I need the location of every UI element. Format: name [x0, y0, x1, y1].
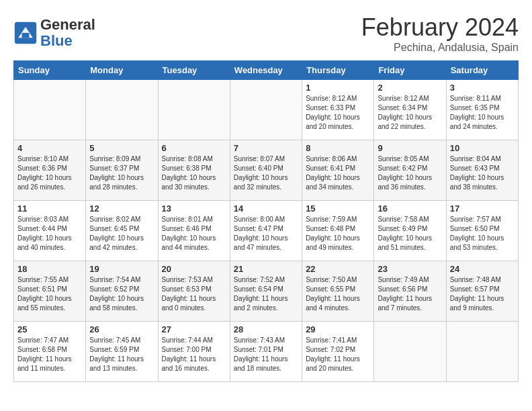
- calendar-cell: 1Sunrise: 8:12 AM Sunset: 6:33 PM Daylig…: [302, 80, 374, 140]
- calendar-cell: 24Sunrise: 7:48 AM Sunset: 6:57 PM Dayli…: [446, 261, 518, 322]
- calendar-cell: 19Sunrise: 7:54 AM Sunset: 6:52 PM Dayli…: [86, 261, 158, 322]
- day-number: 3: [450, 83, 515, 93]
- calendar-cell: 26Sunrise: 7:45 AM Sunset: 6:59 PM Dayli…: [86, 322, 158, 382]
- header: General Blue February 2024 Pechina, Anda…: [13, 13, 519, 54]
- day-info: Sunrise: 8:08 AM Sunset: 6:38 PM Dayligh…: [162, 154, 226, 192]
- week-row-0: 1Sunrise: 8:12 AM Sunset: 6:33 PM Daylig…: [14, 80, 519, 140]
- day-info: Sunrise: 8:06 AM Sunset: 6:41 PM Dayligh…: [306, 154, 370, 192]
- day-info: Sunrise: 8:09 AM Sunset: 6:37 PM Dayligh…: [89, 154, 154, 192]
- calendar-cell: [158, 80, 230, 140]
- day-info: Sunrise: 8:12 AM Sunset: 6:33 PM Dayligh…: [306, 94, 370, 132]
- day-number: 8: [306, 143, 370, 153]
- calendar-cell: 8Sunrise: 8:06 AM Sunset: 6:41 PM Daylig…: [302, 140, 374, 201]
- week-row-4: 25Sunrise: 7:47 AM Sunset: 6:58 PM Dayli…: [14, 322, 519, 382]
- day-info: Sunrise: 8:10 AM Sunset: 6:36 PM Dayligh…: [17, 154, 82, 192]
- logo-text: General Blue: [40, 17, 95, 49]
- calendar-cell: 2Sunrise: 8:12 AM Sunset: 6:34 PM Daylig…: [374, 80, 446, 140]
- logo-blue: Blue: [40, 32, 73, 49]
- day-number: 28: [234, 324, 298, 334]
- calendar-cell: 28Sunrise: 7:43 AM Sunset: 7:01 PM Dayli…: [230, 322, 302, 382]
- day-info: Sunrise: 7:59 AM Sunset: 6:48 PM Dayligh…: [306, 215, 370, 253]
- logo: General Blue: [13, 17, 95, 49]
- day-info: Sunrise: 8:04 AM Sunset: 6:43 PM Dayligh…: [450, 154, 515, 192]
- week-row-2: 11Sunrise: 8:03 AM Sunset: 6:44 PM Dayli…: [14, 201, 519, 261]
- day-info: Sunrise: 7:41 AM Sunset: 7:02 PM Dayligh…: [306, 336, 370, 373]
- main-title: February 2024: [361, 13, 519, 42]
- day-number: 10: [450, 143, 515, 153]
- calendar-cell: 15Sunrise: 7:59 AM Sunset: 6:48 PM Dayli…: [302, 201, 374, 261]
- calendar-cell: 11Sunrise: 8:03 AM Sunset: 6:44 PM Dayli…: [14, 201, 86, 261]
- day-info: Sunrise: 7:52 AM Sunset: 6:54 PM Dayligh…: [234, 275, 298, 313]
- day-number: 19: [89, 264, 154, 274]
- day-number: 9: [378, 143, 442, 153]
- calendar-cell: 27Sunrise: 7:44 AM Sunset: 7:00 PM Dayli…: [158, 322, 230, 382]
- day-info: Sunrise: 7:53 AM Sunset: 6:53 PM Dayligh…: [162, 275, 226, 313]
- day-info: Sunrise: 7:57 AM Sunset: 6:50 PM Dayligh…: [450, 215, 515, 253]
- day-header-wednesday: Wednesday: [230, 61, 302, 80]
- day-number: 12: [89, 203, 154, 214]
- calendar-cell: 9Sunrise: 8:05 AM Sunset: 6:42 PM Daylig…: [374, 140, 446, 201]
- day-info: Sunrise: 8:07 AM Sunset: 6:40 PM Dayligh…: [234, 154, 298, 192]
- day-number: 15: [306, 203, 370, 214]
- calendar-cell: 25Sunrise: 7:47 AM Sunset: 6:58 PM Dayli…: [14, 322, 86, 382]
- calendar-cell: 13Sunrise: 8:01 AM Sunset: 6:46 PM Dayli…: [158, 201, 230, 261]
- day-number: 5: [89, 143, 154, 153]
- title-block: February 2024 Pechina, Andalusia, Spain: [361, 13, 519, 54]
- day-number: 26: [89, 324, 154, 334]
- day-info: Sunrise: 7:54 AM Sunset: 6:52 PM Dayligh…: [89, 275, 154, 313]
- day-info: Sunrise: 7:43 AM Sunset: 7:01 PM Dayligh…: [234, 336, 298, 373]
- calendar-cell: 7Sunrise: 8:07 AM Sunset: 6:40 PM Daylig…: [230, 140, 302, 201]
- day-number: 2: [378, 83, 442, 93]
- day-info: Sunrise: 7:45 AM Sunset: 6:59 PM Dayligh…: [89, 336, 154, 373]
- day-info: Sunrise: 7:47 AM Sunset: 6:58 PM Dayligh…: [17, 336, 82, 373]
- calendar-cell: 14Sunrise: 8:00 AM Sunset: 6:47 PM Dayli…: [230, 201, 302, 261]
- calendar-cell: 12Sunrise: 8:02 AM Sunset: 6:45 PM Dayli…: [86, 201, 158, 261]
- day-info: Sunrise: 8:12 AM Sunset: 6:34 PM Dayligh…: [378, 94, 442, 132]
- week-row-3: 18Sunrise: 7:55 AM Sunset: 6:51 PM Dayli…: [14, 261, 519, 322]
- day-info: Sunrise: 7:44 AM Sunset: 7:00 PM Dayligh…: [162, 336, 226, 373]
- calendar-cell: 20Sunrise: 7:53 AM Sunset: 6:53 PM Dayli…: [158, 261, 230, 322]
- svg-rect-2: [22, 33, 30, 38]
- day-number: 23: [378, 264, 442, 274]
- calendar-cell: 10Sunrise: 8:04 AM Sunset: 6:43 PM Dayli…: [446, 140, 518, 201]
- day-info: Sunrise: 8:00 AM Sunset: 6:47 PM Dayligh…: [234, 215, 298, 253]
- day-number: 22: [306, 264, 370, 274]
- week-row-1: 4Sunrise: 8:10 AM Sunset: 6:36 PM Daylig…: [14, 140, 519, 201]
- calendar-cell: 21Sunrise: 7:52 AM Sunset: 6:54 PM Dayli…: [230, 261, 302, 322]
- calendar-cell: 6Sunrise: 8:08 AM Sunset: 6:38 PM Daylig…: [158, 140, 230, 201]
- day-number: 11: [17, 203, 82, 214]
- calendar-cell: [14, 80, 86, 140]
- day-info: Sunrise: 7:55 AM Sunset: 6:51 PM Dayligh…: [17, 275, 82, 313]
- calendar-cell: 22Sunrise: 7:50 AM Sunset: 6:55 PM Dayli…: [302, 261, 374, 322]
- day-number: 16: [378, 203, 442, 214]
- day-header-tuesday: Tuesday: [158, 61, 230, 80]
- calendar-cell: 16Sunrise: 7:58 AM Sunset: 6:49 PM Dayli…: [374, 201, 446, 261]
- header-row: SundayMondayTuesdayWednesdayThursdayFrid…: [14, 61, 519, 80]
- day-header-thursday: Thursday: [302, 61, 374, 80]
- day-number: 21: [234, 264, 298, 274]
- day-number: 27: [162, 324, 226, 334]
- calendar-cell: [374, 322, 446, 382]
- calendar-cell: [86, 80, 158, 140]
- calendar-cell: 4Sunrise: 8:10 AM Sunset: 6:36 PM Daylig…: [14, 140, 86, 201]
- day-header-friday: Friday: [374, 61, 446, 80]
- calendar-cell: 18Sunrise: 7:55 AM Sunset: 6:51 PM Dayli…: [14, 261, 86, 322]
- day-number: 1: [306, 83, 370, 93]
- day-info: Sunrise: 7:50 AM Sunset: 6:55 PM Dayligh…: [306, 275, 370, 313]
- subtitle: Pechina, Andalusia, Spain: [361, 42, 519, 54]
- calendar-cell: 29Sunrise: 7:41 AM Sunset: 7:02 PM Dayli…: [302, 322, 374, 382]
- day-number: 29: [306, 324, 370, 334]
- day-info: Sunrise: 7:48 AM Sunset: 6:57 PM Dayligh…: [450, 275, 515, 313]
- day-info: Sunrise: 8:02 AM Sunset: 6:45 PM Dayligh…: [89, 215, 154, 253]
- calendar-cell: 17Sunrise: 7:57 AM Sunset: 6:50 PM Dayli…: [446, 201, 518, 261]
- day-number: 20: [162, 264, 226, 274]
- day-number: 24: [450, 264, 515, 274]
- day-info: Sunrise: 8:03 AM Sunset: 6:44 PM Dayligh…: [17, 215, 82, 253]
- day-info: Sunrise: 8:01 AM Sunset: 6:46 PM Dayligh…: [162, 215, 226, 253]
- day-header-monday: Monday: [86, 61, 158, 80]
- logo-icon: [13, 21, 38, 45]
- day-number: 25: [17, 324, 82, 334]
- day-number: 4: [17, 143, 82, 153]
- calendar-table: SundayMondayTuesdayWednesdayThursdayFrid…: [13, 60, 519, 382]
- day-info: Sunrise: 7:49 AM Sunset: 6:56 PM Dayligh…: [378, 275, 442, 313]
